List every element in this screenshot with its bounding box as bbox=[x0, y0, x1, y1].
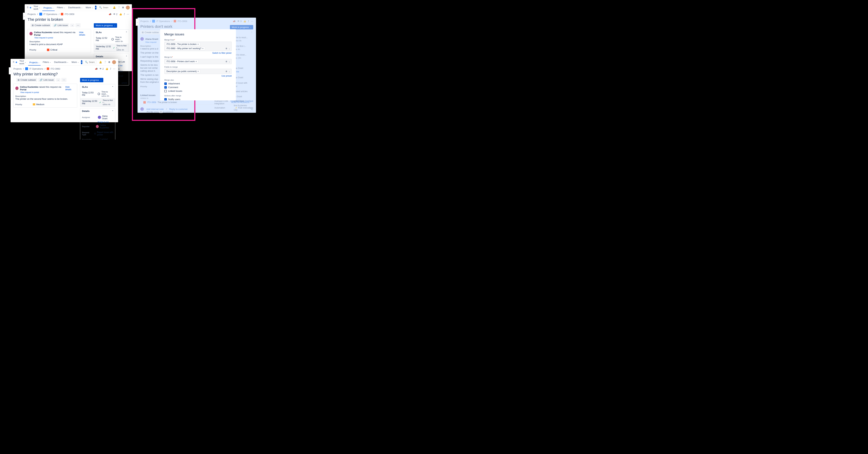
clear-icon[interactable]: ⊗ bbox=[225, 70, 227, 73]
chevron-down-icon[interactable]: ⌄ bbox=[228, 47, 231, 50]
status-dropdown[interactable]: Work in progress⌄ bbox=[80, 78, 103, 82]
sla-panel-header[interactable]: SLAs⌃ bbox=[80, 84, 115, 90]
jira-logo-icon[interactable]: ◆ bbox=[30, 6, 31, 9]
search-field[interactable] bbox=[103, 6, 108, 9]
feedback-icon[interactable]: 📣 bbox=[233, 20, 236, 23]
hide-details-link[interactable]: Hide details bbox=[79, 31, 89, 36]
nav-more[interactable]: More⌄ bbox=[70, 60, 80, 64]
breadcrumb-project[interactable]: IT Operations bbox=[156, 20, 170, 23]
assign-to-me-link[interactable]: Assign to me bbox=[97, 121, 115, 123]
nav-filters[interactable]: Filters⌄ bbox=[41, 60, 52, 64]
share-icon[interactable]: ⤴ bbox=[248, 20, 249, 23]
reply-customer-link[interactable]: Reply to customer bbox=[169, 108, 188, 110]
bell-icon[interactable]: 🔔 bbox=[113, 6, 116, 9]
breadcrumb-issue-key[interactable]: ITO-3958 bbox=[178, 20, 187, 23]
more-icon[interactable]: ⋯ bbox=[113, 67, 115, 70]
nav-projects[interactable]: Projects⌄ bbox=[28, 60, 40, 66]
link-dropdown[interactable]: ⌄ bbox=[56, 78, 60, 82]
more-icon[interactable]: ⋯ bbox=[251, 20, 253, 23]
gear-icon[interactable]: ⚙ bbox=[122, 6, 124, 9]
breadcrumb-issue-key[interactable]: ITO-3959 bbox=[65, 13, 74, 15]
apps-icon[interactable]: ⠿ bbox=[13, 60, 14, 64]
watch-button[interactable]: 👁 2 bbox=[113, 13, 117, 15]
more-actions[interactable]: ⋯ bbox=[75, 23, 81, 27]
chevron-down-icon[interactable]: ⌄ bbox=[228, 61, 231, 63]
merge-from-input[interactable]: ITO-3959 - The printer is broken✕ ITO-39… bbox=[164, 41, 232, 51]
breadcrumb-project[interactable]: IT Operations bbox=[43, 13, 58, 15]
help-icon[interactable]: ❔ bbox=[117, 6, 120, 9]
share-icon[interactable]: ⤴ bbox=[124, 13, 125, 15]
create-subtask-button[interactable]: ⊞Create subtask bbox=[16, 78, 37, 82]
feedback-icon[interactable]: 📣 bbox=[108, 13, 112, 15]
merge-from-token[interactable]: ITO-3960 - Why printer isn't working?✕ bbox=[165, 47, 205, 50]
nav-dashboards[interactable]: Dashboards⌄ bbox=[67, 5, 84, 9]
nav-dashboards[interactable]: Dashboards⌄ bbox=[53, 60, 69, 64]
bell-icon[interactable]: 🔔 bbox=[99, 61, 102, 63]
sidebar-toggle[interactable]: › bbox=[23, 13, 26, 20]
breadcrumb-projects[interactable]: Projects bbox=[28, 13, 36, 15]
watch-button[interactable]: 👁 2 bbox=[99, 67, 104, 70]
clear-icon[interactable]: ⊗ bbox=[225, 47, 227, 50]
share-icon[interactable]: ⤴ bbox=[110, 67, 111, 70]
user-avatar[interactable] bbox=[112, 60, 116, 64]
jira-logo-icon[interactable]: ◆ bbox=[16, 60, 17, 64]
merge-to-input[interactable]: ITO-3958 - Printers don't work✕ ⊗ ⌄ bbox=[164, 59, 232, 64]
sidebar-toggle[interactable]: › bbox=[9, 67, 12, 74]
sla-panel-header[interactable]: SLAs⌃ bbox=[94, 30, 129, 35]
breadcrumb-issue-key[interactable]: ITO-3960 bbox=[51, 67, 60, 70]
like-icon[interactable]: 👍 bbox=[105, 67, 108, 70]
breadcrumb-project[interactable]: IT Operations bbox=[29, 67, 43, 70]
remove-token-icon[interactable]: ✕ bbox=[202, 47, 204, 50]
view-portal-link[interactable]: View request in portal bbox=[34, 37, 89, 39]
use-preset-link[interactable]: Use preset bbox=[221, 75, 232, 77]
search-input[interactable]: 🔍 bbox=[97, 5, 110, 9]
hide-details-link[interactable]: Hide details bbox=[65, 86, 75, 91]
link-issue-button[interactable]: 🔗Link issue bbox=[52, 23, 69, 27]
more-actions[interactable]: ⋯ bbox=[61, 78, 66, 82]
breadcrumb-projects[interactable]: Projects bbox=[13, 67, 22, 70]
nav-your-work[interactable]: Your work⌄ bbox=[18, 59, 27, 66]
create-subtask-button[interactable]: ⊞Create subtas bbox=[141, 30, 160, 34]
more-icon[interactable]: ⋯ bbox=[127, 13, 129, 15]
nav-filters[interactable]: Filters⌄ bbox=[56, 5, 66, 9]
create-button[interactable]: + bbox=[81, 60, 83, 64]
like-icon[interactable]: 👍 bbox=[119, 13, 122, 15]
nav-more[interactable]: More⌄ bbox=[85, 5, 94, 9]
search-field[interactable] bbox=[89, 61, 95, 63]
details-panel-header[interactable]: Details⌃ bbox=[94, 54, 129, 59]
fields-to-merge-input[interactable]: Description (as public comment)✕ ⊗ ⌄ bbox=[164, 69, 232, 74]
switch-filter-link[interactable]: Switch to filter picker bbox=[212, 52, 232, 54]
help-icon[interactable]: ❔ bbox=[104, 61, 106, 63]
apps-icon[interactable]: ⠿ bbox=[27, 6, 29, 9]
checkbox-attachment[interactable]: ✓Attachment bbox=[164, 82, 232, 86]
breadcrumb-projects[interactable]: Projects bbox=[141, 20, 149, 23]
user-avatar[interactable] bbox=[126, 6, 130, 9]
status-dropdown[interactable]: Work in progress⌄ bbox=[230, 25, 253, 29]
merge-to-token[interactable]: ITO-3958 - Printers don't work✕ bbox=[165, 60, 198, 63]
feedback-icon[interactable]: 📣 bbox=[95, 67, 98, 70]
link-dropdown[interactable]: ⌄ bbox=[70, 24, 74, 27]
status-dropdown[interactable]: Work in progress⌄ bbox=[94, 23, 117, 28]
remove-token-icon[interactable]: ✕ bbox=[197, 43, 199, 45]
gear-icon[interactable]: ⚙ bbox=[108, 61, 111, 63]
nav-projects[interactable]: Projects⌄ bbox=[42, 6, 55, 11]
like-icon[interactable]: 👍 bbox=[243, 20, 246, 23]
search-input[interactable]: 🔍 bbox=[84, 60, 96, 64]
remove-token-icon[interactable]: ✕ bbox=[195, 60, 197, 63]
view-portal-link[interactable]: View request in portal bbox=[20, 91, 75, 93]
link-issue-button[interactable]: 🔗Link issue bbox=[38, 78, 55, 82]
details-panel-header[interactable]: Details⌃ bbox=[80, 108, 115, 114]
checkbox-notify-users[interactable]: ✓Notify users bbox=[164, 97, 232, 100]
nav-your-work[interactable]: Your work⌄ bbox=[32, 4, 41, 11]
create-button[interactable]: + bbox=[95, 6, 96, 9]
field-token[interactable]: Description (as public comment)✕ bbox=[165, 70, 200, 73]
checkbox-comment[interactable]: ✓Comment bbox=[164, 86, 232, 89]
remove-token-icon[interactable]: ✕ bbox=[197, 70, 199, 73]
watch-button[interactable]: 👁 3 bbox=[237, 20, 242, 23]
add-internal-note-link[interactable]: Add internal note bbox=[146, 108, 164, 110]
checkbox-linked-issues[interactable]: Linked Issues bbox=[164, 89, 232, 93]
chevron-down-icon[interactable]: ⌄ bbox=[228, 70, 231, 72]
create-subtask-button[interactable]: ⊞Create subtask bbox=[30, 23, 51, 27]
clear-icon[interactable]: ⊗ bbox=[225, 60, 227, 63]
merge-from-token[interactable]: ITO-3959 - The printer is broken✕ bbox=[165, 42, 200, 46]
